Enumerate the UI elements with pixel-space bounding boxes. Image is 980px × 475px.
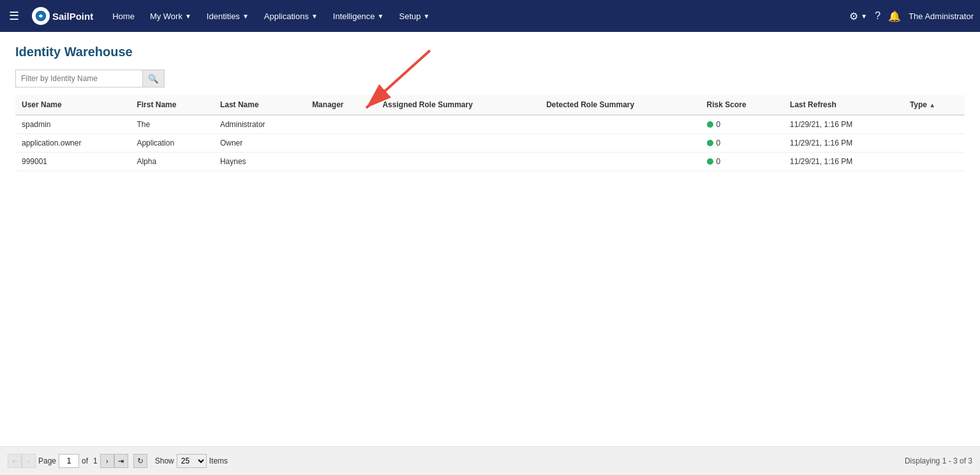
page-content: Identity Warehouse 🔍 User Name First Nam… xyxy=(0,32,980,446)
setup-dropdown-arrow: ▼ xyxy=(423,13,429,20)
cell-detected-role xyxy=(540,134,700,153)
cell-assigned-role xyxy=(376,134,540,153)
table-row: application.owner Application Owner 0 11… xyxy=(15,134,965,153)
nav-right: ⚙ ▼ ? 🔔 The Administrator xyxy=(849,10,974,22)
data-table: User Name First Name Last Name Manager A… xyxy=(15,95,965,171)
col-last-refresh[interactable]: Last Refresh xyxy=(783,95,903,115)
risk-dot xyxy=(707,158,713,165)
nav-items: Home My Work ▼ Identities ▼ Applications… xyxy=(106,8,849,25)
notifications-icon[interactable]: 🔔 xyxy=(888,10,901,22)
risk-dot xyxy=(707,140,713,146)
col-username[interactable]: User Name xyxy=(15,95,130,115)
col-detected-role[interactable]: Detected Role Summary xyxy=(540,95,700,115)
cell-type xyxy=(903,134,965,153)
cell-last-refresh: 11/29/21, 1:16 PM xyxy=(783,115,903,134)
user-menu[interactable]: The Administrator xyxy=(909,11,974,21)
hamburger-button[interactable]: ☰ xyxy=(6,6,22,26)
cell-risk-score: 0 xyxy=(701,134,784,153)
cell-assigned-role xyxy=(376,115,540,134)
col-lastname[interactable]: Last Name xyxy=(214,95,306,115)
type-sort-arrow: ▲ xyxy=(929,102,935,109)
nav-mywork[interactable]: My Work ▼ xyxy=(144,8,198,25)
cell-risk-score: 0 xyxy=(701,115,784,134)
search-icon: 🔍 xyxy=(148,74,159,84)
cell-last-refresh: 11/29/21, 1:16 PM xyxy=(783,153,903,171)
col-firstname[interactable]: First Name xyxy=(130,95,213,115)
intelligence-dropdown-arrow: ▼ xyxy=(378,13,384,20)
settings-icon[interactable]: ⚙ ▼ xyxy=(849,10,867,22)
cell-assigned-role xyxy=(376,153,540,171)
risk-value: 0 xyxy=(716,120,721,129)
table-row: 999001 Alpha Haynes 0 11/29/21, 1:16 PM xyxy=(15,153,965,171)
brand-logo: SailPoint xyxy=(32,7,93,25)
col-type[interactable]: Type ▲ xyxy=(903,95,965,115)
cell-type xyxy=(903,153,965,171)
col-manager[interactable]: Manager xyxy=(306,95,376,115)
col-risk-score[interactable]: Risk Score xyxy=(701,95,784,115)
risk-value: 0 xyxy=(716,139,721,147)
cell-manager xyxy=(306,115,376,134)
nav-applications[interactable]: Applications ▼ xyxy=(258,8,324,25)
brand-name: SailPoint xyxy=(52,11,93,22)
table-row: spadmin The Administrator 0 11/29/21, 1:… xyxy=(15,115,965,134)
search-bar: 🔍 xyxy=(15,70,965,87)
logo-circle xyxy=(32,7,50,25)
nav-intelligence[interactable]: Intelligence ▼ xyxy=(327,8,390,25)
mywork-dropdown-arrow: ▼ xyxy=(185,13,191,20)
cell-manager xyxy=(306,134,376,153)
table-body: spadmin The Administrator 0 11/29/21, 1:… xyxy=(15,115,965,171)
nav-home[interactable]: Home xyxy=(106,8,141,25)
page-title: Identity Warehouse xyxy=(15,45,965,59)
nav-setup[interactable]: Setup ▼ xyxy=(392,8,436,25)
risk-value: 0 xyxy=(716,157,721,166)
cell-detected-role xyxy=(540,115,700,134)
risk-dot xyxy=(707,121,713,128)
applications-dropdown-arrow: ▼ xyxy=(311,13,318,20)
navbar: ☰ SailPoint Home My Work ▼ Identities ▼ … xyxy=(0,0,980,32)
cell-username[interactable]: spadmin xyxy=(15,115,130,134)
cell-firstname: Alpha xyxy=(130,153,213,171)
identities-dropdown-arrow: ▼ xyxy=(242,13,249,20)
cell-firstname: Application xyxy=(130,134,213,153)
cell-type xyxy=(903,115,965,134)
annotation-container: User Name First Name Last Name Manager A… xyxy=(15,95,965,171)
cell-firstname: The xyxy=(130,115,213,134)
cell-lastname: Haynes xyxy=(214,153,306,171)
col-assigned-role[interactable]: Assigned Role Summary xyxy=(376,95,540,115)
cell-lastname: Administrator xyxy=(214,115,306,134)
cell-detected-role xyxy=(540,153,700,171)
search-button[interactable]: 🔍 xyxy=(143,70,165,87)
nav-identities[interactable]: Identities ▼ xyxy=(200,8,255,25)
cell-risk-score: 0 xyxy=(701,153,784,171)
cell-username[interactable]: 999001 xyxy=(15,153,130,171)
help-icon[interactable]: ? xyxy=(875,10,880,22)
table-header: User Name First Name Last Name Manager A… xyxy=(15,95,965,115)
cell-manager xyxy=(306,153,376,171)
search-input[interactable] xyxy=(15,70,143,87)
cell-lastname: Owner xyxy=(214,134,306,153)
cell-last-refresh: 11/29/21, 1:16 PM xyxy=(783,134,903,153)
cell-username[interactable]: application.owner xyxy=(15,134,130,153)
